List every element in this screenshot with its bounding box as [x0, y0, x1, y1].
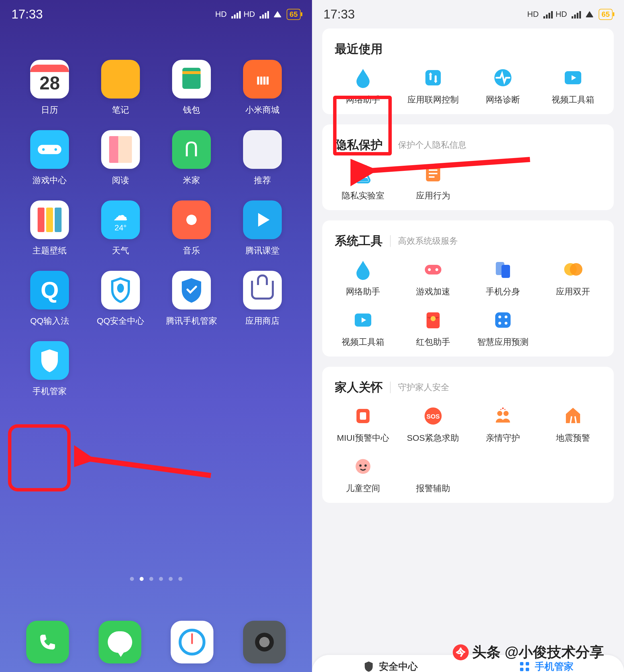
svg-point-1	[42, 149, 45, 151]
app-music[interactable]: 音乐	[159, 200, 224, 257]
police-icon	[422, 455, 444, 478]
tool-police-assist[interactable]: 报警辅助	[398, 455, 468, 494]
music-icon	[172, 200, 211, 239]
section-recent: 最近使用 网络助手 应用联网控制 网络诊断 视频工具箱	[322, 28, 614, 114]
theme-icon	[30, 200, 69, 239]
svg-rect-16	[501, 265, 510, 278]
tool-app-behavior[interactable]: 应用行为	[398, 163, 468, 201]
net-control-icon	[422, 66, 444, 89]
svg-rect-12	[425, 265, 441, 274]
tool-video-toolbox[interactable]: 视频工具箱	[538, 66, 608, 106]
svg-rect-39	[520, 662, 523, 666]
phone-right-manager: 17:33 HD HD 65 最近使用 网络助手 应用联网控制 网络诊断 视频工…	[312, 0, 624, 672]
app-store[interactable]: 应用商店	[230, 271, 295, 327]
weather-icon: ☁24°	[101, 200, 140, 239]
app-wallet[interactable]: 钱包	[159, 60, 224, 116]
folder-icon	[243, 130, 282, 169]
app-themes[interactable]: 主题壁纸	[17, 200, 82, 257]
tool-sos[interactable]: SOSSOS紧急求助	[398, 405, 468, 444]
svg-point-35	[504, 409, 505, 410]
signal-2-icon	[260, 10, 269, 19]
course-icon	[243, 200, 282, 239]
tool-red-packet[interactable]: 红包助手	[398, 309, 468, 348]
wifi-icon	[274, 11, 282, 17]
flask-icon	[352, 163, 374, 185]
app-read[interactable]: 阅读	[88, 130, 153, 186]
tool-earthquake[interactable]: 地震预警	[538, 405, 608, 444]
sos-icon: SOS	[422, 405, 444, 427]
signal-r2-icon	[572, 10, 581, 19]
tool-miui-alert[interactable]: MIUI预警中心	[328, 405, 398, 444]
dock-camera[interactable]	[243, 621, 286, 664]
dock-phone[interactable]	[26, 621, 69, 664]
earthquake-icon	[562, 405, 584, 427]
annotation-highlight-left	[8, 424, 71, 491]
app-phone-guard[interactable]: 手机管家	[17, 341, 82, 397]
qq-input-icon: Q	[30, 271, 69, 310]
tool-phone-clone[interactable]: 手机分身	[468, 259, 538, 298]
tool-app-net-control[interactable]: 应用联网控制	[398, 66, 468, 106]
signal-1-icon	[231, 10, 241, 19]
svg-rect-5	[425, 70, 441, 85]
hd-indicator-2: HD	[243, 10, 255, 19]
status-icons: HD HD 65	[215, 9, 301, 20]
svg-point-3	[117, 284, 124, 293]
tool-network-diag[interactable]: 网络诊断	[468, 66, 538, 106]
svg-point-25	[498, 322, 501, 325]
home-apps-grid: 28日历 笔记 钱包 ıııı小米商城 游戏中心 阅读 ᑎ米家 推荐 主题壁纸 …	[0, 28, 312, 397]
app-store-icon	[243, 271, 282, 310]
tool-network-assistant[interactable]: 网络助手	[328, 66, 398, 106]
tool-privacy-lab[interactable]: 隐私实验室	[328, 163, 398, 201]
app-tencent-guard[interactable]: 腾讯手机管家	[159, 271, 224, 327]
behavior-icon	[422, 163, 444, 185]
tool-app-predict[interactable]: 智慧应用预测	[468, 309, 538, 348]
app-calendar[interactable]: 28日历	[17, 60, 82, 116]
app-qq-input[interactable]: QQQ输入法	[17, 271, 82, 327]
family-icon	[492, 405, 514, 427]
svg-point-38	[364, 464, 367, 467]
app-notes[interactable]: 笔记	[88, 60, 153, 116]
tab-phone-manager[interactable]: 手机管家	[518, 660, 574, 672]
svg-point-24	[504, 316, 508, 318]
app-tencent-course[interactable]: 腾讯课堂	[230, 200, 295, 257]
status-time-r: 17:33	[323, 7, 527, 21]
clone-icon	[492, 259, 514, 281]
alert-icon	[352, 405, 374, 427]
svg-point-33	[502, 407, 504, 409]
svg-point-36	[356, 459, 370, 474]
app-folder-recommend[interactable]: 推荐	[230, 130, 295, 186]
svg-point-2	[54, 149, 57, 151]
svg-line-4	[85, 458, 211, 476]
dock-messages[interactable]	[99, 621, 141, 664]
svg-text:SOS: SOS	[426, 413, 439, 420]
tool-family-guard[interactable]: 亲情守护	[468, 405, 538, 444]
battery-indicator: 65	[287, 9, 301, 20]
svg-rect-28	[360, 412, 366, 420]
svg-rect-42	[526, 668, 529, 671]
svg-point-37	[359, 464, 362, 467]
grid-icon	[518, 660, 531, 672]
dock-browser[interactable]	[171, 621, 213, 664]
section-system-tools: 系统工具高效系统级服务 网络助手 游戏加速 手机分身 应用双开 视频工具箱 红包…	[322, 220, 614, 356]
svg-rect-11	[429, 176, 435, 178]
app-qq-security[interactable]: QQ安全中心	[88, 271, 153, 327]
annotation-arrow-left	[74, 422, 216, 484]
svg-point-21	[431, 316, 436, 321]
tool-network-assistant-2[interactable]: 网络助手	[328, 259, 398, 298]
tool-video-toolbox-2[interactable]: 视频工具箱	[328, 309, 398, 348]
svg-point-26	[504, 322, 508, 325]
app-game-center[interactable]: 游戏中心	[17, 130, 82, 186]
tab-security-center[interactable]: 安全中心	[362, 660, 418, 672]
app-weather[interactable]: ☁24°天气	[88, 200, 153, 257]
app-mi-store[interactable]: ıııı小米商城	[230, 60, 295, 116]
status-icons-r: HD HD 65	[527, 9, 613, 20]
tool-child-space[interactable]: 儿童空间	[328, 455, 398, 494]
dual-app-icon	[562, 259, 584, 281]
page-indicator	[0, 577, 312, 581]
tool-dual-app[interactable]: 应用双开	[538, 259, 608, 298]
tool-game-boost[interactable]: 游戏加速	[398, 259, 468, 298]
drop-icon	[352, 259, 374, 281]
app-mijia[interactable]: ᑎ米家	[159, 130, 224, 186]
svg-rect-10	[429, 173, 437, 174]
wallet-icon	[172, 60, 211, 99]
